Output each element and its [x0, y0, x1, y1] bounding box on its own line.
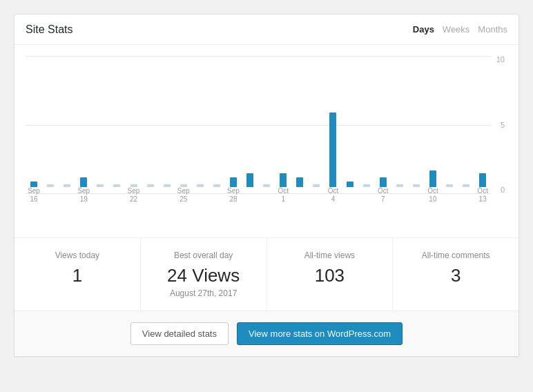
x-label-group: Sep25	[175, 187, 192, 204]
x-label: Sep19	[77, 187, 90, 204]
bar	[230, 177, 237, 187]
bar-group	[92, 49, 108, 187]
chart-inner: 10 5 0 Sep16Sep19Sep22Sep25Sep28Oct1Oct4…	[26, 56, 507, 208]
x-label-group: Sep28	[225, 187, 242, 204]
stat-best-day-sub: August 27th, 2017	[149, 288, 258, 298]
bar-group	[75, 49, 92, 187]
stat-alltime-comments-label: All-time comments	[401, 251, 510, 260]
actions-row: View detailed stats View more stats on W…	[14, 311, 519, 356]
view-detailed-stats-button[interactable]: View detailed stats	[130, 322, 229, 345]
bar-group	[324, 49, 341, 187]
bar-group	[458, 49, 474, 187]
bar-group	[408, 49, 425, 187]
stat-best-day-value: 24 Views	[149, 266, 258, 286]
bar	[80, 177, 87, 187]
bar-group	[108, 49, 125, 187]
x-label: Sep28	[227, 187, 240, 204]
bar-group	[441, 49, 458, 187]
x-label-group: Oct1	[275, 187, 291, 204]
x-label-group: Sep22	[125, 187, 142, 204]
stat-alltime-views-value: 103	[275, 266, 385, 286]
x-label: Oct1	[278, 187, 289, 204]
x-label: Oct7	[378, 187, 389, 204]
bar-group	[258, 49, 275, 187]
y-label-0: 0	[501, 186, 505, 194]
bar-group	[391, 49, 408, 187]
chart-area: 10 5 0 Sep16Sep19Sep22Sep25Sep28Oct1Oct4…	[14, 45, 519, 238]
stat-best-day: Best overall day 24 Views August 27th, 2…	[141, 238, 267, 311]
x-label-group: Oct13	[474, 187, 491, 204]
x-label: Sep16	[28, 187, 40, 204]
bar	[347, 182, 353, 187]
stat-alltime-comments: All-time comments 3	[393, 238, 519, 311]
x-labels: Sep16Sep19Sep22Sep25Sep28Oct1Oct4Oct7Oct…	[26, 187, 491, 208]
x-label: Sep22	[128, 187, 140, 204]
stat-alltime-views: All-time views 103	[267, 238, 394, 311]
bar	[30, 182, 37, 187]
bar-group	[209, 49, 225, 187]
bar-group	[358, 49, 375, 187]
bar-group	[42, 49, 59, 187]
bar-group	[125, 49, 142, 187]
bar-group	[26, 49, 42, 187]
bar	[280, 173, 287, 187]
bar-group	[425, 49, 441, 187]
bar-group	[192, 49, 209, 187]
bar	[479, 173, 486, 187]
bar-group	[142, 49, 159, 187]
tab-days[interactable]: Days	[413, 23, 434, 36]
bar-group	[308, 49, 324, 187]
bar-group	[375, 49, 391, 187]
widget-title: Site Stats	[26, 23, 72, 36]
y-axis: 10 5 0	[496, 56, 507, 194]
tab-weeks[interactable]: Weeks	[443, 23, 470, 36]
bar	[246, 173, 253, 187]
bar	[329, 112, 336, 187]
widget-header: Site Stats Days Weeks Months	[14, 14, 519, 45]
bar-group	[474, 49, 491, 187]
x-label-group: Oct4	[324, 187, 341, 204]
time-tabs: Days Weeks Months	[413, 23, 507, 36]
bar-group	[341, 49, 358, 187]
tab-months[interactable]: Months	[478, 23, 507, 36]
x-label-group: Oct10	[425, 187, 441, 204]
x-label: Oct10	[427, 187, 438, 204]
stat-views-today: Views today 1	[14, 238, 141, 311]
x-label-group: Sep19	[75, 187, 92, 204]
y-label-5: 5	[501, 121, 505, 129]
bar	[429, 170, 436, 187]
bar	[296, 177, 303, 187]
bar-group	[175, 49, 192, 187]
x-label: Oct13	[477, 187, 488, 204]
stat-views-today-value: 1	[23, 266, 132, 286]
stat-views-today-label: Views today	[23, 251, 132, 260]
bar-group	[275, 49, 291, 187]
bar-group	[159, 49, 175, 187]
y-label-10: 10	[496, 56, 505, 63]
stat-alltime-comments-value: 3	[401, 266, 510, 286]
stats-row: Views today 1 Best overall day 24 Views …	[14, 238, 519, 311]
stat-alltime-views-label: All-time views	[275, 251, 385, 260]
view-wordpress-stats-button[interactable]: View more stats on WordPress.com	[237, 322, 403, 345]
bar-group	[242, 49, 258, 187]
stat-best-day-label: Best overall day	[149, 251, 258, 260]
x-label: Oct4	[328, 187, 339, 204]
bar	[380, 177, 387, 187]
site-stats-widget: Site Stats Days Weeks Months 10 5 0	[14, 14, 519, 357]
x-label: Sep25	[177, 187, 190, 204]
x-label-group: Oct7	[375, 187, 391, 204]
bar-group	[225, 49, 242, 187]
bars-container	[26, 49, 491, 187]
x-label-group: Sep16	[26, 187, 42, 204]
bar-group	[59, 49, 75, 187]
bar-group	[291, 49, 308, 187]
